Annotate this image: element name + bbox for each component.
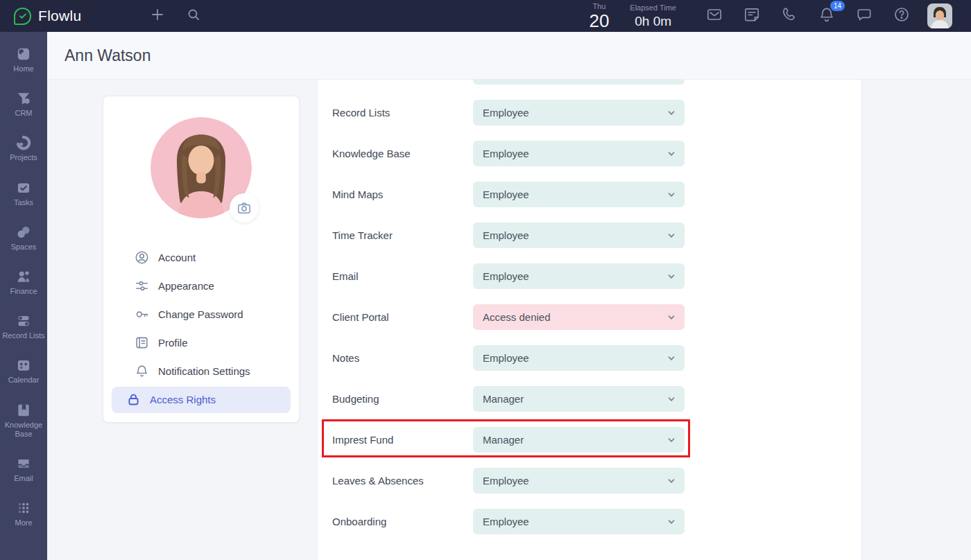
sidebar-item-label: Email — [14, 474, 33, 483]
access-level-value: Employee — [473, 352, 529, 364]
sidebar-item-label: More — [15, 518, 32, 527]
access-row-imprest-fund: Imprest Fund Manager — [332, 419, 685, 460]
finance-icon — [15, 268, 32, 285]
elapsed-time-value: 0h 0m — [635, 15, 671, 28]
sidebar-item-tasks[interactable]: Tasks — [0, 180, 47, 207]
access-row-notes: Notes Employee — [332, 338, 685, 378]
sidebar-item-home[interactable]: Home — [0, 46, 47, 73]
access-level-select[interactable]: Employee — [473, 100, 685, 125]
topbar-icon-search-icon[interactable] — [184, 7, 203, 25]
sidebar-item-label: Knowledge Base — [1, 421, 46, 439]
sidebar-item-projects[interactable]: Projects — [0, 134, 47, 162]
access-level-select[interactable]: Employee — [473, 345, 685, 371]
access-row-time-tracker: Time Tracker Employee — [332, 215, 685, 256]
profile-menu-item-access-rights[interactable]: Access Rights — [112, 387, 291, 413]
profile-menu-item-notification-settings[interactable]: Notification Settings — [112, 357, 291, 385]
access-row-label: Record Lists — [332, 107, 473, 119]
chevron-down-icon — [667, 394, 676, 404]
access-row-client-portal: Client Portal Access denied — [332, 297, 685, 338]
access-level-select[interactable]: Employee — [473, 263, 685, 289]
chevron-down-icon — [667, 517, 676, 527]
access-row-label: Onboarding — [332, 516, 473, 527]
topbar-icon-plus-icon[interactable] — [148, 7, 166, 25]
knowledge-base-icon — [15, 402, 32, 419]
notes-icon — [743, 6, 761, 26]
sidebar-item-email[interactable]: Email — [0, 455, 47, 483]
topbar-icon-chat-icon[interactable] — [855, 7, 873, 25]
access-level-select[interactable]: Employee — [473, 468, 685, 493]
topbar-icon-help-icon[interactable] — [893, 7, 911, 25]
chevron-down-icon — [667, 190, 676, 200]
phone-icon — [780, 6, 798, 26]
access-level-select[interactable]: Manager — [473, 386, 685, 412]
flowlu-logo-icon — [14, 8, 31, 25]
appearance-sliders-icon — [135, 279, 149, 293]
chevron-down-icon — [667, 353, 676, 363]
camera-icon — [237, 200, 252, 216]
access-level-value: Manager — [473, 393, 524, 405]
access-level-value: Employee — [473, 107, 529, 119]
access-level-select[interactable]: Manager — [473, 427, 685, 453]
record-lists-icon — [15, 313, 32, 329]
sidebar-item-finance[interactable]: Finance — [0, 268, 47, 296]
sidebar-item-label: Tasks — [14, 198, 33, 207]
access-rights-panel: Record Lists Employee Knowledge Base Emp… — [317, 80, 862, 560]
access-level-value: Access denied — [473, 311, 551, 323]
topbar-icon-phone-icon[interactable] — [780, 7, 798, 25]
elapsed-time[interactable]: Elapsed Time 0h 0m — [630, 4, 676, 28]
access-row-email: Email Employee — [332, 256, 685, 297]
profile-menu-item-change-password[interactable]: Change Password — [112, 300, 291, 329]
calendar-date[interactable]: Thu 20 — [589, 3, 609, 30]
profile-menu-item-label: Access Rights — [150, 394, 216, 405]
profile-menu-item-label: Account — [158, 252, 196, 263]
access-row-budgeting: Budgeting Manager — [332, 378, 685, 419]
projects-icon — [15, 134, 32, 151]
topbar-icon-notifications-bell-icon[interactable]: 14 — [818, 7, 836, 25]
brand[interactable]: Flowlu — [14, 0, 81, 32]
topbar-icon-mail-icon[interactable] — [705, 7, 723, 25]
profile-menu-item-account[interactable]: Account — [112, 243, 291, 272]
profile-menu-item-profile[interactable]: Profile — [112, 329, 291, 357]
access-level-select[interactable]: Employee — [473, 182, 685, 207]
partially-visible-select[interactable] — [473, 80, 685, 85]
access-level-select[interactable]: Employee — [473, 141, 685, 166]
profile-avatar-wrap — [151, 117, 252, 218]
sidebar-item-label: Calendar — [8, 376, 40, 385]
bell-icon — [135, 364, 149, 378]
sidebar-item-spaces[interactable]: Spaces — [0, 224, 47, 252]
sidebar-item-more[interactable]: More — [0, 500, 47, 527]
key-icon — [135, 307, 149, 322]
access-level-select[interactable]: Employee — [473, 509, 685, 534]
sidebar-item-calendar[interactable]: Calendar — [0, 357, 47, 385]
sidebar-item-crm[interactable]: CRM — [0, 90, 47, 118]
page-title: Ann Watson — [65, 46, 151, 65]
account-icon — [135, 250, 149, 265]
profile-card: Account Appearance Change Password Profi… — [103, 96, 300, 423]
chevron-down-icon — [667, 272, 676, 281]
sidebar: Home CRM Projects Tasks Spaces Finance R… — [0, 32, 47, 560]
access-level-select[interactable]: Employee — [473, 222, 685, 248]
calendar-icon — [15, 357, 32, 374]
access-level-value: Employee — [473, 475, 529, 487]
change-photo-button[interactable] — [230, 193, 259, 222]
access-row-knowledge-base: Knowledge Base Employee — [332, 133, 685, 174]
access-level-value: Employee — [473, 189, 529, 200]
access-row-label: Leaves & Absences — [332, 475, 473, 487]
tasks-icon — [15, 180, 32, 196]
notification-count-badge: 14 — [830, 1, 845, 11]
access-row-leaves-absences: Leaves & Absences Employee — [332, 460, 685, 501]
sidebar-item-knowledge-base[interactable]: Knowledge Base — [0, 402, 47, 439]
sidebar-item-record-lists[interactable]: Record Lists — [0, 313, 47, 340]
access-row-mind-maps: Mind Maps Employee — [332, 174, 685, 215]
sidebar-item-label: Spaces — [11, 243, 37, 252]
home-icon — [15, 46, 32, 62]
email-icon — [15, 455, 32, 472]
access-level-value: Employee — [473, 148, 529, 159]
user-avatar[interactable] — [927, 3, 952, 28]
profile-menu-item-appearance[interactable]: Appearance — [112, 272, 291, 300]
help-icon — [893, 6, 911, 26]
access-level-select[interactable]: Access denied — [473, 304, 685, 330]
access-level-value: Employee — [473, 270, 529, 282]
access-row-label: Knowledge Base — [332, 148, 473, 159]
topbar-icon-notes-icon[interactable] — [743, 7, 761, 25]
